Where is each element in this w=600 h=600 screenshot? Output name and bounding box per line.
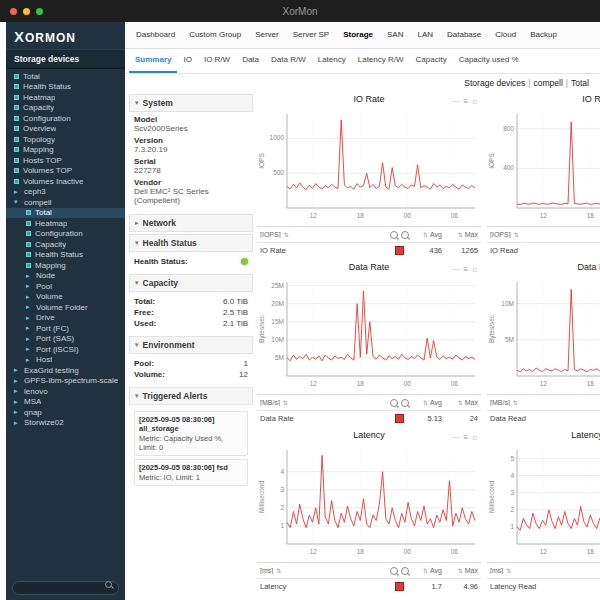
sidebar-item-health-status[interactable]: Health Status [6,250,125,261]
subtab-io-r-w[interactable]: IO R/W [198,49,236,73]
close-icon[interactable] [10,8,17,15]
sort-icon[interactable]: ⇅ [458,399,463,406]
section-header-capacity[interactable]: ▾Capacity [129,274,253,292]
sort-icon[interactable]: ⇅ [423,567,428,574]
tab-dashboard[interactable]: Dashboard [129,22,182,48]
sidebar-item-mapping[interactable]: Mapping [6,145,125,156]
more-icon[interactable]: ⋯ [451,262,459,277]
chart-plot[interactable]: 5M10M15M20M25M12180006Bytes/sec [257,277,479,389]
zoom-in-icon[interactable] [401,399,409,407]
sort-icon[interactable]: ⇅ [458,567,463,574]
sidebar-item-topology[interactable]: Topology [6,134,125,145]
sidebar-item-overview[interactable]: Overview [6,124,125,135]
subtab-data[interactable]: Data [236,49,265,73]
legend-icon[interactable]: ≡ [463,262,468,277]
app-logo[interactable]: XORMON [6,22,125,49]
sidebar-item-configuration[interactable]: Configuration [6,229,125,240]
sidebar-item-storwize02[interactable]: ▸Storwize02 [6,418,125,429]
zoom-out-icon[interactable] [390,231,398,239]
sidebar-item-capacity[interactable]: Capacity [6,103,125,114]
sidebar-item-port-sas[interactable]: ▸Port (SAS) [6,334,125,345]
sidebar-item-total[interactable]: Total [6,71,125,82]
home-icon[interactable]: ⌂ [472,262,477,277]
chart-plot[interactable]: 40080012180006IOPS [487,109,600,221]
section-header-triggered-alerts[interactable]: ▾Triggered Alerts [129,387,253,405]
tab-backup[interactable]: Backup [523,22,564,48]
chart-plot[interactable]: 500100012180006IOPS [257,109,479,221]
sort-icon[interactable]: ⇅ [276,567,281,574]
sort-icon[interactable]: ⇅ [284,231,289,238]
section-header-system[interactable]: ▾System [129,94,253,112]
sort-icon[interactable]: ⇅ [514,231,519,238]
sidebar-item-ceph3[interactable]: ▸ceph3 [6,187,125,198]
zoom-out-icon[interactable] [390,399,398,407]
subtab-latency[interactable]: Latency [312,49,352,73]
more-icon[interactable]: ⋯ [451,94,459,109]
minimize-icon[interactable] [23,8,30,15]
series-color-swatch[interactable] [395,246,404,255]
sort-icon[interactable]: ⇅ [423,399,428,406]
tab-custom-group[interactable]: Custom Group [182,22,248,48]
sidebar-item-port-iscsi[interactable]: ▸Port (iSCSI) [6,344,125,355]
sidebar-item-port-fc[interactable]: ▸Port (FC) [6,323,125,334]
sidebar-item-health-status[interactable]: Health Status [6,82,125,93]
sort-icon[interactable]: ⇅ [458,231,463,238]
subtab-io[interactable]: IO [177,49,197,73]
search-icon[interactable] [105,581,112,588]
subtab-latency-r-w[interactable]: Latency R/W [352,49,410,73]
tab-database[interactable]: Database [440,22,488,48]
sort-icon[interactable]: ⇅ [506,567,511,574]
sidebar-item-compell[interactable]: ▾compell [6,197,125,208]
sidebar-item-msa[interactable]: ▸MSA [6,397,125,408]
sidebar-item-lenovo[interactable]: ▸lenovo [6,386,125,397]
sidebar-item-hosts-top[interactable]: Hosts TOP [6,155,125,166]
chart-plot[interactable]: 5M10M12180006Bytes/sec [487,277,600,389]
sidebar-item-gpfs-ibm-spectrum-scale[interactable]: ▸GPFS-ibm-spectrum-scale [6,376,125,387]
sidebar-item-volumes-top[interactable]: Volumes TOP [6,166,125,177]
sidebar-item-capacity[interactable]: Capacity [6,239,125,250]
series-color-swatch[interactable] [395,582,404,591]
tab-server[interactable]: Server [248,22,286,48]
search-input[interactable] [12,581,119,595]
tab-server-sp[interactable]: Server SP [286,22,336,48]
sidebar-item-heatmap[interactable]: Heatmap [6,218,125,229]
sidebar-item-volume-folder[interactable]: ▸Volume Folder [6,302,125,313]
sidebar-item-volume[interactable]: ▸Volume [6,292,125,303]
chart-plot[interactable]: 1234512180006Millisecond [487,445,600,557]
sidebar-item-mapping[interactable]: Mapping [6,260,125,271]
section-header-network[interactable]: ▸Network [129,214,253,232]
sort-icon[interactable]: ⇅ [423,231,428,238]
sidebar-item-exagrid-testing[interactable]: ▸ExaGrid testing [6,365,125,376]
more-icon[interactable]: ⋯ [451,430,459,445]
sidebar-item-pool[interactable]: ▸Pool [6,281,125,292]
subtab-capacity-used[interactable]: Capacity used % [453,49,525,73]
tab-lan[interactable]: LAN [410,22,440,48]
tab-san[interactable]: SAN [380,22,410,48]
breadcrumb-storage-devices[interactable]: Storage devices [461,78,528,88]
legend-icon[interactable]: ≡ [463,430,468,445]
subtab-summary[interactable]: Summary [129,49,177,73]
sort-icon[interactable]: ⇅ [513,399,518,406]
zoom-out-icon[interactable] [390,567,398,575]
sidebar-item-volumes-inactive[interactable]: Volumes Inactive [6,176,125,187]
chart-plot[interactable]: 123412180006Millisecond [257,445,479,557]
section-header-health-status[interactable]: ▾Health Status [129,234,253,252]
home-icon[interactable]: ⌂ [472,94,477,109]
sidebar-item-host[interactable]: ▸Host [6,355,125,366]
legend-icon[interactable]: ≡ [463,94,468,109]
section-header-environment[interactable]: ▾Environment [129,336,253,354]
sidebar-item-heatmap[interactable]: Heatmap [6,92,125,103]
tab-storage[interactable]: Storage [336,22,380,48]
maximize-icon[interactable] [36,8,43,15]
sidebar-item-node[interactable]: ▸Node [6,271,125,282]
subtab-capacity[interactable]: Capacity [410,49,453,73]
breadcrumb-total[interactable]: Total [568,78,592,88]
sidebar-item-total[interactable]: Total [6,208,125,219]
sort-icon[interactable]: ⇅ [283,399,288,406]
subtab-data-r-w[interactable]: Data R/W [265,49,312,73]
home-icon[interactable]: ⌂ [472,430,477,445]
zoom-in-icon[interactable] [401,567,409,575]
sidebar-item-drive[interactable]: ▸Drive [6,313,125,324]
tab-cloud[interactable]: Cloud [488,22,523,48]
series-color-swatch[interactable] [395,414,404,423]
